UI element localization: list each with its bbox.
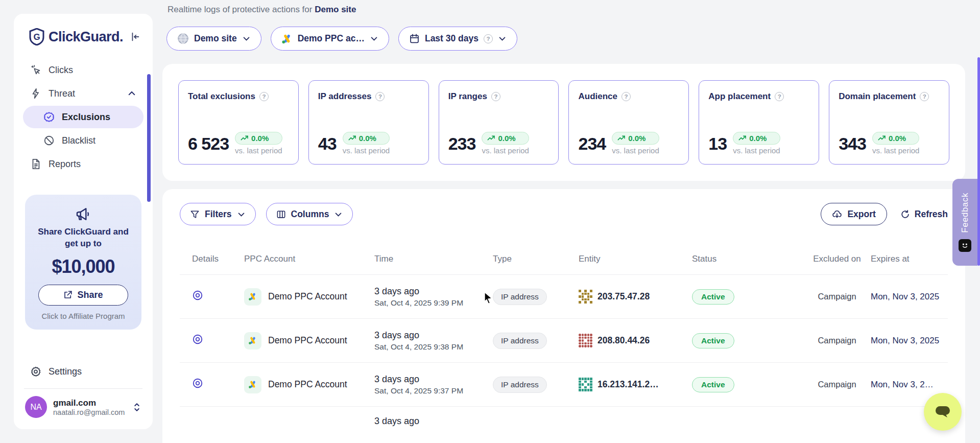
table-toolbar: Filters Columns Export Refresh [180, 203, 948, 225]
chevron-up-icon [127, 89, 136, 98]
sidebar-item-settings[interactable]: Settings [23, 360, 144, 383]
help-icon[interactable] [259, 92, 269, 101]
usersnap-icon [959, 239, 971, 252]
brand-logo[interactable]: G ClickGuard. [23, 25, 144, 59]
avatar: NA [25, 396, 47, 418]
view-details-icon[interactable] [192, 334, 203, 345]
stat-sub: vs. last period [235, 146, 282, 155]
feedback-tab[interactable]: Feedback [952, 179, 977, 266]
refresh-icon [900, 209, 910, 219]
user-email: naatali.ro@gmail.com [53, 408, 125, 416]
stat-label: Total exclusions [188, 91, 255, 102]
stat-label: Audience [578, 91, 617, 102]
ban-icon [43, 135, 55, 146]
stat-change: 0.0% [251, 134, 269, 143]
zap-icon [30, 88, 41, 99]
help-icon[interactable] [491, 92, 500, 101]
sidebar-item-label: Blacklist [62, 135, 95, 146]
site-selector[interactable]: Demo site [166, 27, 261, 51]
table-row-partial: 3 days ago [180, 407, 948, 443]
sidebar-item-clicks[interactable]: Clicks [23, 59, 144, 81]
excluded-on-value: Campaign [818, 336, 856, 345]
filters-button[interactable]: Filters [180, 203, 256, 225]
time-full: Sat, Oct 4, 2025 9:39 PM [374, 298, 487, 308]
entity-identicon [579, 378, 592, 391]
share-button-label: Share [77, 290, 103, 300]
stat-value: 43 [318, 135, 337, 152]
excluded-on-value: Campaign [818, 380, 856, 389]
column-header-status[interactable]: Status [689, 250, 806, 275]
export-button[interactable]: Export [821, 203, 887, 225]
trending-up-icon [617, 135, 626, 142]
help-icon[interactable] [375, 92, 385, 101]
time-relative: 3 days ago [374, 374, 487, 385]
sidebar-item-label: Exclusions [62, 112, 110, 123]
date-range-selector[interactable]: Last 30 days [398, 27, 517, 51]
sidebar-item-label: Threat [49, 88, 75, 99]
column-header-entity[interactable]: Entity [576, 250, 689, 275]
entity-identicon [579, 334, 592, 347]
badge-check-icon [43, 111, 55, 123]
ppc-account-selector-label: Demo PPC ac… [298, 33, 365, 44]
chat-launcher-button[interactable] [924, 393, 962, 431]
cloud-download-icon [832, 209, 842, 219]
help-icon[interactable] [622, 92, 631, 101]
refresh-button[interactable]: Refresh [900, 209, 948, 220]
time-relative: 3 days ago [374, 416, 487, 427]
stat-label: Domain placement [839, 91, 916, 102]
column-header-type[interactable]: Type [490, 250, 576, 275]
sidebar-item-exclusions[interactable]: Exclusions [23, 106, 144, 128]
column-header-excluded-on[interactable]: Excluded on [806, 250, 868, 275]
account-switcher[interactable]: NA gmail.com naatali.ro@gmail.com [23, 396, 144, 420]
page-subtitle: Realtime logs of protective actions for … [162, 0, 965, 15]
ppc-account-selector[interactable]: Demo PPC ac… [271, 27, 389, 51]
stat-change: 0.0% [749, 134, 767, 143]
chevron-down-icon [334, 210, 343, 219]
file-text-icon [30, 158, 41, 170]
affiliate-promo-card[interactable]: Share ClickGuard and get up to $10,000 S… [25, 195, 141, 330]
column-header-ppc-account[interactable]: PPC Account [241, 250, 371, 275]
sidebar-item-blacklist[interactable]: Blacklist [23, 129, 144, 152]
view-details-icon[interactable] [192, 378, 203, 389]
sidebar-item-threat[interactable]: Threat [23, 82, 144, 105]
feedback-label: Feedback [960, 193, 970, 233]
sidebar-item-label: Reports [49, 159, 81, 170]
svg-text:G: G [33, 32, 40, 42]
date-range-label: Last 30 days [425, 33, 479, 44]
ppc-account-name: Demo PPC Account [268, 335, 347, 346]
time-full: Sat, Oct 4, 2025 9:37 PM [374, 386, 487, 395]
user-name: gmail.com [53, 398, 125, 408]
stat-sub: vs. last period [612, 146, 659, 155]
help-icon[interactable] [775, 92, 784, 101]
table-header-row: Details PPC Account Time Type Entity Sta… [180, 250, 948, 275]
view-details-icon[interactable] [192, 290, 203, 301]
stat-sub: vs. last period [872, 146, 920, 155]
calendar-icon [409, 33, 420, 44]
external-link-icon [63, 290, 73, 299]
expires-at-value: Mon, Nov 3, 2025 [871, 336, 939, 345]
trending-up-icon [348, 135, 356, 142]
excluded-on-value: Campaign [818, 292, 856, 301]
column-header-expires-at[interactable]: Expires at [868, 250, 948, 275]
stat-label: IP ranges [448, 91, 487, 102]
export-label: Export [847, 209, 875, 220]
help-icon[interactable] [920, 92, 929, 101]
page-subtitle-text: Realtime logs of protective actions for [168, 5, 315, 14]
sidebar-collapse-icon[interactable] [129, 31, 140, 42]
column-header-time[interactable]: Time [371, 250, 490, 275]
chevron-down-icon [237, 210, 246, 219]
columns-label: Columns [291, 209, 329, 220]
stat-change: 0.0% [498, 134, 515, 143]
columns-button[interactable]: Columns [266, 203, 353, 225]
time-relative: 3 days ago [374, 330, 487, 341]
stat-card-domain-placement: Domain placement 343 0.0%vs. last period [829, 80, 949, 165]
stat-change: 0.0% [889, 134, 906, 143]
share-button[interactable]: Share [38, 285, 128, 306]
log-panel: Filters Columns Export Refresh Details [162, 189, 965, 443]
table-row: Demo PPC Account 3 days agoSat, Oct 4, 2… [180, 363, 948, 407]
page-scrollbar[interactable] [977, 57, 980, 266]
sidebar-item-reports[interactable]: Reports [23, 153, 144, 175]
column-header-details[interactable]: Details [180, 250, 241, 275]
sidebar-scrollbar[interactable] [147, 74, 151, 202]
chevron-down-icon [370, 34, 378, 43]
